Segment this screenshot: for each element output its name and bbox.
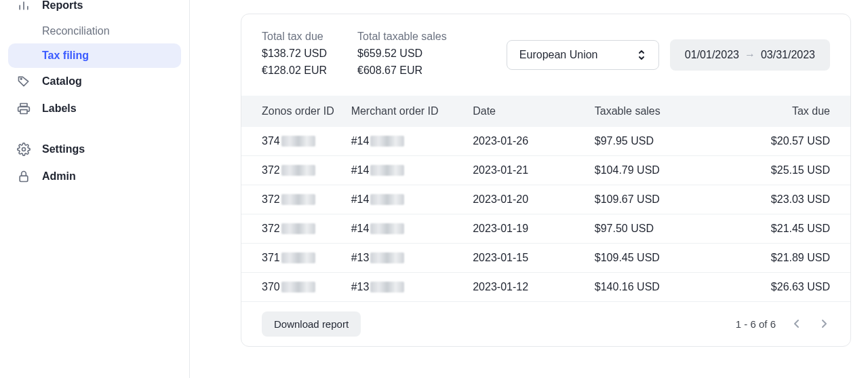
- table-row[interactable]: 370#132023-01-12$140.16 USD$26.63 USD: [241, 272, 850, 301]
- date-range-picker[interactable]: 01/01/2023 → 03/31/2023: [670, 39, 830, 71]
- cell-sales: $104.79 USD: [595, 155, 729, 185]
- cell-date: 2023-01-21: [473, 155, 595, 185]
- cell-date: 2023-01-20: [473, 185, 595, 214]
- merchant-id-prefix: #13: [351, 281, 370, 293]
- redacted-segment: [281, 136, 315, 147]
- svg-rect-5: [20, 110, 27, 114]
- pagination: 1 - 6 of 6: [736, 316, 830, 331]
- reports-icon: [16, 0, 31, 13]
- lock-icon: [16, 169, 31, 184]
- merchant-id-prefix: #14: [351, 135, 370, 147]
- cell-due: $21.45 USD: [728, 214, 850, 243]
- col-merchant-id: Merchant order ID: [351, 96, 473, 127]
- col-tax-due: Tax due: [728, 96, 850, 127]
- sidebar: Reports Reconciliation Tax filing Catalo…: [0, 0, 190, 378]
- sidebar-item-label: Admin: [42, 170, 76, 183]
- cell-date: 2023-01-15: [473, 243, 595, 272]
- redacted-segment: [370, 194, 404, 205]
- main-content: Total tax due $138.72 USD €128.02 EUR To…: [190, 0, 868, 378]
- cell-date: 2023-01-12: [473, 272, 595, 301]
- printer-icon: [16, 101, 31, 116]
- zonos-id-prefix: 372: [262, 193, 280, 206]
- table-row[interactable]: 372#142023-01-21$104.79 USD$25.15 USD: [241, 155, 850, 185]
- summary-bar: Total tax due $138.72 USD €128.02 EUR To…: [241, 14, 850, 96]
- total-tax-due-eur: €128.02 EUR: [262, 62, 327, 79]
- svg-point-6: [22, 148, 26, 151]
- sidebar-item-admin[interactable]: Admin: [8, 163, 181, 190]
- sidebar-item-label: Labels: [42, 102, 77, 115]
- redacted-segment: [370, 223, 404, 234]
- sidebar-item-catalog[interactable]: Catalog: [8, 68, 181, 95]
- zonos-id-prefix: 374: [262, 135, 280, 147]
- redacted-segment: [281, 282, 315, 292]
- page-prev-button[interactable]: [791, 316, 803, 331]
- total-taxable-sales-label: Total taxable sales: [357, 31, 447, 43]
- cell-sales: $140.16 USD: [595, 272, 729, 301]
- sidebar-item-tax-filing[interactable]: Tax filing: [8, 43, 181, 68]
- sidebar-item-reconciliation[interactable]: Reconciliation: [8, 19, 181, 43]
- table-row[interactable]: 372#142023-01-19$97.50 USD$21.45 USD: [241, 214, 850, 243]
- region-select[interactable]: European Union: [507, 40, 659, 70]
- total-taxable-sales: Total taxable sales $659.52 USD €608.67 …: [357, 31, 447, 79]
- table-row[interactable]: 371#132023-01-15$109.45 USD$21.89 USD: [241, 243, 850, 272]
- col-taxable-sales: Taxable sales: [595, 96, 729, 127]
- col-date: Date: [473, 96, 595, 127]
- sidebar-item-label: Tax filing: [42, 50, 89, 62]
- zonos-id-prefix: 370: [262, 281, 280, 293]
- col-zonos-id: Zonos order ID: [241, 96, 351, 127]
- sidebar-item-label: Reconciliation: [42, 25, 110, 37]
- total-tax-due: Total tax due $138.72 USD €128.02 EUR: [262, 31, 327, 79]
- total-taxable-sales-usd: $659.52 USD: [357, 45, 447, 62]
- zonos-id-prefix: 371: [262, 252, 280, 264]
- cell-sales: $97.95 USD: [595, 127, 729, 156]
- cell-sales: $109.67 USD: [595, 185, 729, 214]
- cell-sales: $97.50 USD: [595, 214, 729, 243]
- orders-table: Zonos order ID Merchant order ID Date Ta…: [241, 96, 850, 301]
- page-next-button[interactable]: [818, 316, 830, 331]
- sidebar-item-labels[interactable]: Labels: [8, 95, 181, 122]
- table-row[interactable]: 372#142023-01-20$109.67 USD$23.03 USD: [241, 185, 850, 214]
- cell-date: 2023-01-19: [473, 214, 595, 243]
- page-info: 1 - 6 of 6: [736, 318, 776, 330]
- cell-sales: $109.45 USD: [595, 243, 729, 272]
- table-row[interactable]: 374#142023-01-26$97.95 USD$20.57 USD: [241, 127, 850, 156]
- cell-due: $21.89 USD: [728, 243, 850, 272]
- sidebar-item-settings[interactable]: Settings: [8, 136, 181, 163]
- merchant-id-prefix: #13: [351, 252, 370, 264]
- redacted-segment: [281, 223, 315, 234]
- sidebar-item-reports[interactable]: Reports: [8, 0, 181, 19]
- zonos-id-prefix: 372: [262, 223, 280, 235]
- svg-rect-4: [20, 104, 27, 107]
- redacted-segment: [281, 194, 315, 205]
- date-range-to: 03/31/2023: [761, 49, 815, 61]
- redacted-segment: [370, 282, 404, 292]
- merchant-id-prefix: #14: [351, 193, 370, 206]
- gear-icon: [16, 142, 31, 157]
- redacted-segment: [281, 165, 315, 176]
- table-footer: Download report 1 - 6 of 6: [241, 301, 850, 346]
- cell-due: $23.03 USD: [728, 185, 850, 214]
- total-taxable-sales-eur: €608.67 EUR: [357, 62, 447, 79]
- redacted-segment: [370, 252, 404, 263]
- sidebar-item-label: Catalog: [42, 75, 82, 88]
- arrow-right-icon: →: [745, 49, 755, 61]
- svg-point-3: [20, 78, 22, 79]
- download-report-button[interactable]: Download report: [262, 311, 361, 337]
- cell-due: $25.15 USD: [728, 155, 850, 185]
- tax-filing-card: Total tax due $138.72 USD €128.02 EUR To…: [241, 14, 851, 347]
- chevron-up-down-icon: [637, 49, 646, 61]
- redacted-segment: [370, 165, 404, 176]
- total-tax-due-usd: $138.72 USD: [262, 45, 327, 62]
- sidebar-item-label: Reports: [42, 0, 83, 12]
- merchant-id-prefix: #14: [351, 223, 370, 235]
- svg-rect-7: [20, 176, 28, 181]
- region-select-value: European Union: [519, 49, 598, 61]
- redacted-segment: [370, 136, 404, 147]
- tag-icon: [16, 74, 31, 89]
- zonos-id-prefix: 372: [262, 164, 280, 176]
- total-tax-due-label: Total tax due: [262, 31, 327, 43]
- date-range-from: 01/01/2023: [685, 49, 739, 61]
- cell-date: 2023-01-26: [473, 127, 595, 156]
- cell-due: $26.63 USD: [728, 272, 850, 301]
- sidebar-item-label: Settings: [42, 143, 85, 155]
